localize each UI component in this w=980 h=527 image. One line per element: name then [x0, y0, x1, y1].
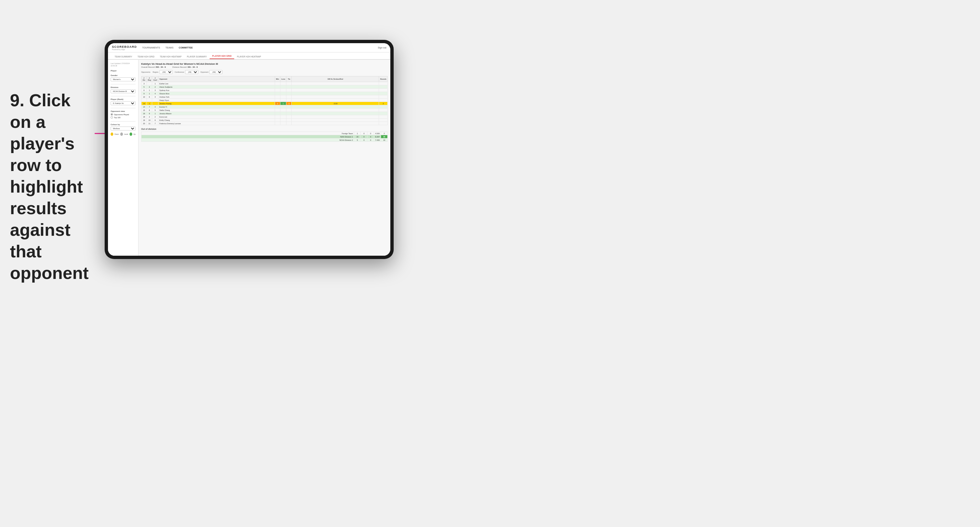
logo-area: SCOREBOARD Powered by clippi	[112, 45, 137, 51]
tab-team-h2h-grid[interactable]: TEAM H2H GRID	[135, 56, 157, 59]
table-row[interactable]: 3 1 Esther Lee	[142, 82, 388, 85]
conference-label: Conference	[175, 71, 184, 73]
opponent-view-label: Opponent view	[111, 110, 135, 112]
table-row[interactable]: NCAA Division 2 5 0 0 7.400 10	[142, 138, 388, 142]
region-filter[interactable]: (All)	[159, 70, 173, 74]
th-opponent: Opponent	[158, 76, 275, 82]
sidebar-divider-3	[111, 108, 135, 108]
out-of-division-table: Foreign Team 1 0 0 4.500 2 NAIA Division…	[141, 132, 388, 142]
radio-group: Opponents Played Top 100	[111, 113, 135, 119]
division-record: Division Record: 331 - 34 - 6	[172, 66, 198, 68]
annotation-number: 9.	[10, 90, 24, 110]
player-rank-select[interactable]: 8. Katelyn Vo	[111, 101, 135, 105]
th-reg: # Reg	[147, 76, 152, 82]
table-row[interactable]: 15 8 5 Stella Cheng	[142, 109, 388, 112]
player-rank-label: Player (Rank)	[111, 98, 135, 100]
swatch-up-label: Up	[134, 133, 135, 135]
swatch-up	[130, 132, 132, 136]
nav-links: TOURNAMENTS TEAMS COMMITTEE	[142, 46, 378, 49]
swatch-level	[120, 132, 123, 136]
tab-team-h2h-heatmap[interactable]: TEAM H2H HEATMAP	[157, 56, 185, 59]
sidebar-gender-section: Gender Women's	[111, 75, 135, 81]
table-row[interactable]: 6 1 3 Sydney Kuo	[142, 89, 388, 92]
colour-by-select[interactable]: Win/loss	[111, 127, 135, 130]
colour-by-label: Colour by	[111, 124, 135, 125]
table-row[interactable]: 18 2 2 Euna Lee	[142, 115, 388, 119]
sidebar-opponent-view-section: Opponent view Opponents Played Top 100	[111, 110, 135, 119]
table-row[interactable]: 9 1 4 Sharon Mun	[142, 92, 388, 95]
tablet-frame: SCOREBOARD Powered by clippi TOURNAMENTS…	[105, 40, 394, 259]
sub-nav: TEAM SUMMARY TEAM H2H GRID TEAM H2H HEAT…	[108, 52, 390, 60]
th-win: Win	[275, 76, 280, 82]
opponent-filter[interactable]: (All)	[209, 70, 223, 74]
sidebar-divider-1	[111, 84, 135, 84]
content-area: Katelyn Vo Head-to-Head Grid for Women's…	[138, 60, 390, 256]
gender-label: Gender	[111, 75, 135, 76]
th-tie: Tie	[286, 76, 292, 82]
tab-player-summary[interactable]: PLAYER SUMMARY	[185, 56, 210, 59]
tab-team-summary[interactable]: TEAM SUMMARY	[112, 56, 135, 59]
annotation-text: 9. Click on a player's row to highlight …	[10, 90, 96, 284]
radio-opponents-played[interactable]: Opponents Played	[111, 113, 135, 116]
sidebar-player-section: Player	[111, 70, 135, 72]
tab-player-h2h-heatmap[interactable]: PLAYER H2H HEATMAP	[234, 56, 264, 59]
opponent-label: Opponent	[200, 71, 208, 73]
player-label: Player	[111, 70, 135, 72]
table-row[interactable]: 19 10 6 Emily Chang	[142, 119, 388, 122]
th-diff: Diff Av Strokes/Rnd	[292, 76, 379, 82]
opponent-filter-group: Opponent (All)	[200, 70, 223, 74]
nav-teams[interactable]: TEAMS	[165, 46, 173, 49]
table-row[interactable]: 5 2 2 Alexis Sudjianto	[142, 85, 388, 89]
th-rounds: Rounds	[379, 76, 388, 82]
th-loss: Loss	[280, 76, 286, 82]
radio-top-100[interactable]: Top 100	[111, 116, 135, 119]
main-data-table: # Div # Reg # Conf Opponent Win Loss Tie…	[141, 76, 388, 125]
sidebar-colour-section: Colour by Win/loss Down Level Up	[111, 124, 135, 136]
last-updated: Last Updated: 27/03/2024 16:55:38	[111, 62, 135, 67]
records-row: Overall Record: 353 - 34 - 6 Division Re…	[141, 66, 388, 68]
nav-bar: SCOREBOARD Powered by clippi TOURNAMENTS…	[108, 43, 390, 52]
annotation-body: Click on a player's row to highlight res…	[10, 90, 89, 283]
conference-filter[interactable]: (All)	[185, 70, 198, 74]
main-content: Last Updated: 27/03/2024 16:55:38 Player…	[108, 60, 390, 256]
radio-dot-unselected	[111, 116, 113, 119]
table-row[interactable]: Foreign Team 1 0 0 4.500 2	[142, 132, 388, 135]
radio-dot-selected	[111, 113, 113, 116]
tablet-screen: SCOREBOARD Powered by clippi TOURNAMENTS…	[108, 43, 390, 256]
filters-row: Opponents: Region (All) Conference (All)	[141, 70, 388, 74]
conference-filter-group: Conference (All)	[175, 70, 198, 74]
division-label: Division	[111, 86, 135, 88]
table-row[interactable]: 14 7 4 Eunice Yi	[142, 105, 388, 109]
region-label: Region	[153, 71, 158, 73]
logo-text: SCOREBOARD	[112, 45, 137, 49]
table-row[interactable]: 20 11 7 Federica Domecq Lacroze	[142, 122, 388, 125]
grid-title: Katelyn Vo Head-to-Head Grid for Women's…	[141, 62, 388, 65]
table-row[interactable]: 16 9 1 Jessica Mason	[142, 112, 388, 115]
sidebar-divider-4	[111, 121, 135, 122]
sidebar-player-rank-section: Player (Rank) 8. Katelyn Vo	[111, 98, 135, 105]
out-of-division-header: Out of division	[141, 128, 388, 130]
tab-player-h2h-grid[interactable]: PLAYER H2H GRID	[210, 55, 234, 59]
gender-select[interactable]: Women's	[111, 77, 135, 81]
sidebar-division-section: Division NCAA Division III	[111, 86, 135, 93]
nav-committee[interactable]: COMMITTEE	[179, 46, 192, 49]
opponents-filter-label: Opponents:	[141, 71, 151, 73]
overall-record: Overall Record: 353 - 34 - 6	[141, 66, 166, 68]
logo-sub: Powered by clippi	[112, 49, 137, 51]
th-conf: # Conf	[152, 76, 158, 82]
th-div: # Div	[142, 76, 147, 82]
colour-swatches: Down Level Up	[111, 132, 135, 136]
table-row-highlighted[interactable]: 13 1 Jessica Huang 0 1 0 -3.00 2	[142, 102, 388, 105]
table-row[interactable]: Heejo Hyun	[142, 98, 388, 102]
swatch-down-label: Down	[115, 133, 119, 135]
swatch-level-label: Level	[124, 133, 128, 135]
nav-tournaments[interactable]: TOURNAMENTS	[142, 46, 160, 49]
swatch-down	[111, 132, 113, 136]
sign-out-button[interactable]: Sign out	[378, 46, 387, 49]
division-select[interactable]: NCAA Division III	[111, 89, 135, 93]
sidebar-divider-2	[111, 96, 135, 96]
sidebar: Last Updated: 27/03/2024 16:55:38 Player…	[108, 60, 138, 256]
table-row[interactable]: 10 6 3 Andrea York	[142, 95, 388, 98]
table-row[interactable]: NAIA Division 1 15 0 0 9.267 30	[142, 135, 388, 138]
region-filter-group: Region (All)	[153, 70, 172, 74]
